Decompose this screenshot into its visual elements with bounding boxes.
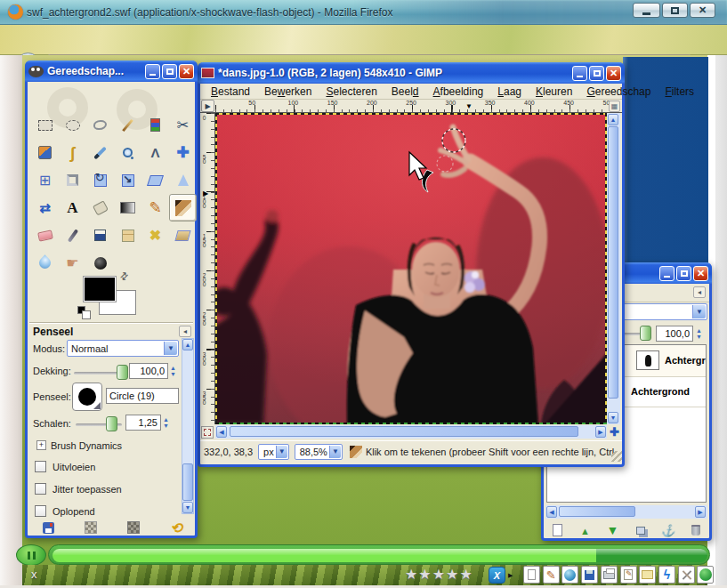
align-tool-button[interactable] — [31, 166, 59, 194]
paths-tool-button[interactable] — [59, 139, 86, 166]
maximize-button[interactable] — [589, 66, 604, 81]
scrollbar-thumb[interactable] — [230, 426, 578, 437]
scroll-up-icon[interactable]: ▲ — [182, 339, 193, 350]
incremental-checkbox[interactable] — [35, 505, 46, 517]
minimize-button[interactable] — [572, 66, 587, 81]
expander-icon[interactable]: + — [36, 440, 46, 450]
new-icon[interactable] — [523, 566, 540, 584]
unit-dropdown[interactable]: px▼ — [258, 444, 289, 460]
scissors-select-tool-button[interactable] — [169, 111, 197, 139]
close-label[interactable]: x — [31, 568, 37, 581]
menu-bestand[interactable]: Bestand — [204, 85, 257, 99]
scroll-up-icon[interactable]: ▲ — [608, 114, 618, 125]
menu-laag[interactable]: Laag — [490, 85, 529, 99]
brush-preview-button[interactable] — [72, 383, 102, 411]
gradient-tool-button[interactable] — [114, 194, 141, 222]
menu-selecteren[interactable]: Selecteren — [319, 85, 384, 99]
firefox-titlebar[interactable]: swf_achtergrond2.swf (application/x-shoc… — [0, 0, 727, 25]
menu-button[interactable]: ▶ — [201, 100, 214, 112]
scrollbar-thumb[interactable] — [182, 463, 193, 501]
scroll-down-icon[interactable]: ▼ — [608, 412, 618, 423]
blue-app-icon[interactable]: X — [489, 567, 505, 584]
magnifier-tool-button[interactable] — [114, 139, 141, 166]
star-icon[interactable]: ★ — [432, 566, 445, 583]
eraser-tool-button[interactable] — [31, 222, 59, 249]
clone-tool-button[interactable] — [114, 222, 141, 249]
scroll-left-icon[interactable]: ◀ — [216, 426, 227, 438]
ink-tool-button[interactable] — [86, 222, 114, 249]
reset-options-button[interactable] — [166, 520, 186, 536]
image-window-titlebar[interactable]: *dans.jpg-1.0 (RGB, 2 lagen) 548x410 - G… — [198, 62, 625, 84]
close-button[interactable]: ✕ — [179, 64, 194, 79]
zoom-region-icon[interactable]: ▦ — [609, 101, 620, 112]
delete-layer-button[interactable] — [685, 523, 707, 538]
menu-gereedschap[interactable]: Gereedschap — [579, 85, 658, 99]
star-icon[interactable]: ★ — [405, 566, 417, 583]
fade-out-checkbox[interactable] — [35, 461, 46, 472]
text-tool-button[interactable] — [59, 194, 86, 222]
layers-horizontal-scrollbar[interactable]: ◀ ▶ — [545, 505, 707, 519]
scrollbar-thumb[interactable] — [559, 506, 635, 517]
zoom-dropdown[interactable]: 88,5%▼ — [295, 444, 343, 460]
quick-mask-button[interactable] — [201, 426, 214, 439]
airbrush-tool-button[interactable] — [59, 222, 86, 249]
star-icon[interactable]: ★ — [418, 566, 431, 583]
scale-slider-thumb[interactable] — [106, 416, 117, 431]
scroll-left-icon[interactable]: ◀ — [546, 506, 557, 518]
scale-spinner[interactable]: ▲▼ — [161, 415, 171, 431]
save-icon[interactable] — [581, 566, 598, 584]
anchor-layer-button[interactable] — [658, 523, 679, 538]
clipboard-icon[interactable] — [620, 566, 637, 584]
pencil-tool-button[interactable] — [141, 194, 169, 222]
chevron-down-icon[interactable]: ▼ — [329, 446, 341, 458]
canvas-image[interactable] — [215, 113, 607, 424]
options-scrollbar[interactable]: ▲ ▼ — [182, 338, 194, 514]
lightning-icon[interactable] — [658, 566, 675, 584]
opacity-slider-thumb[interactable] — [117, 365, 128, 380]
dodge-burn-tool-button[interactable] — [86, 249, 114, 277]
info-icon[interactable] — [697, 566, 714, 584]
delete-options-button[interactable] — [124, 520, 143, 536]
rating-stars[interactable]: ★★★★★ — [405, 566, 473, 583]
pencil-icon[interactable] — [543, 566, 560, 584]
maximize-button[interactable] — [662, 3, 688, 18]
toolbox-titlebar[interactable]: Gereedschap... ✕ — [25, 60, 198, 82]
default-colors-icon[interactable] — [77, 306, 85, 314]
resize-grip[interactable] — [611, 451, 622, 462]
flip-tool-button[interactable] — [31, 194, 59, 222]
opacity-spinner[interactable]: ▲▼ — [694, 326, 704, 342]
menu-afbeelding[interactable]: Afbeelding — [426, 85, 491, 99]
crop-tool-button[interactable] — [59, 166, 86, 194]
opacity-slider-thumb[interactable] — [640, 326, 651, 341]
restore-options-button[interactable] — [81, 520, 101, 536]
opacity-spinner[interactable]: ▲▼ — [168, 363, 178, 379]
menu-beeld[interactable]: Beeld — [384, 85, 426, 99]
scroll-down-icon[interactable]: ▼ — [182, 502, 193, 513]
foreground-color-swatch[interactable] — [83, 276, 117, 302]
chevron-down-icon[interactable]: ▼ — [164, 342, 177, 355]
ellipse-select-tool-button[interactable] — [59, 111, 86, 139]
close-button[interactable]: ✕ — [606, 66, 621, 81]
progress-bar[interactable] — [48, 544, 710, 565]
tools-icon[interactable] — [678, 566, 695, 584]
scale-tool-button[interactable] — [114, 166, 141, 194]
shear-tool-button[interactable] — [141, 166, 169, 194]
chevron-down-icon[interactable]: ▼ — [276, 446, 287, 458]
move-tool-button[interactable] — [169, 139, 197, 166]
save-options-button[interactable] — [38, 520, 58, 536]
perspective-tool-button[interactable] — [169, 166, 197, 194]
close-button[interactable]: ✕ — [690, 3, 715, 18]
collapse-options-icon[interactable]: ◂ — [179, 326, 191, 337]
layer-opacity-value[interactable]: 100,0 — [656, 326, 693, 342]
vertical-scrollbar[interactable]: ▲ ▼ — [607, 113, 620, 424]
raise-layer-button[interactable] — [575, 523, 596, 538]
free-select-tool-button[interactable] — [86, 111, 114, 139]
scrollbar-thumb[interactable] — [608, 126, 618, 399]
menu-arrow-icon[interactable]: ◂ — [693, 286, 706, 298]
pause-button[interactable] — [16, 544, 46, 566]
rect-select-tool-button[interactable] — [31, 111, 59, 139]
opacity-value[interactable]: 100,0 — [129, 363, 168, 379]
rotate-tool-button[interactable] — [86, 166, 114, 194]
duplicate-layer-button[interactable] — [630, 523, 651, 538]
menu-kleuren[interactable]: Kleuren — [529, 85, 579, 99]
